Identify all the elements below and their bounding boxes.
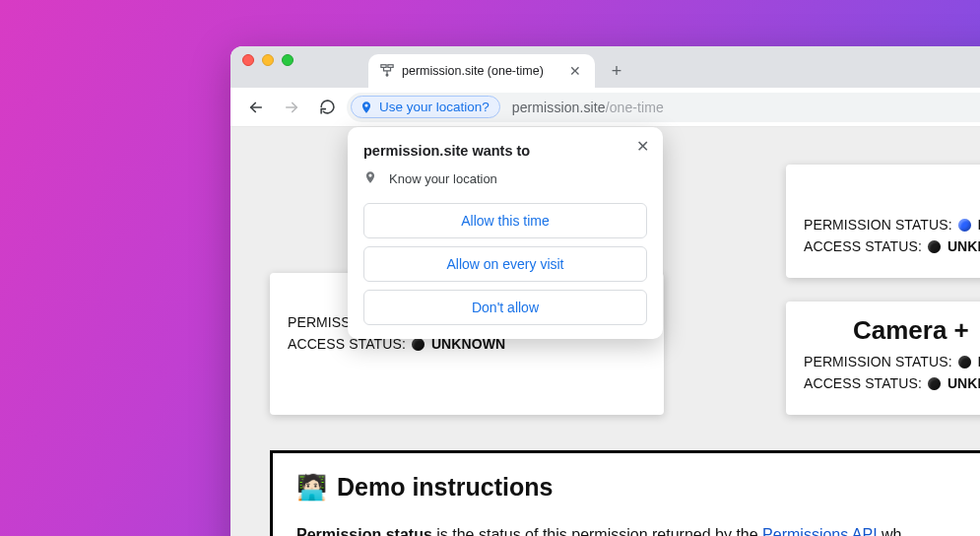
- demo-instructions-box: 🧑🏻‍💻 Demo instructions Permission status…: [270, 450, 980, 536]
- window-minimize-button[interactable]: [262, 54, 274, 66]
- permission-card-camera-mic[interactable]: Camera + PERMISSION STATUS: N/A ACCESS S…: [786, 302, 980, 415]
- status-dot-black-icon: [928, 240, 941, 253]
- window-close-button[interactable]: [242, 54, 254, 66]
- omnibox[interactable]: Use your location? permission.site/one-t…: [347, 93, 980, 122]
- tab-close-icon[interactable]: ✕: [567, 63, 583, 79]
- permission-card-camera[interactable]: Ca PERMISSION STATUS: PR ACCESS STATUS: …: [786, 165, 980, 278]
- permission-prompt-capability-row: Know your location: [363, 170, 647, 187]
- tab-strip: permission.site (one-time) ✕ +: [230, 46, 980, 88]
- forward-button: [276, 92, 307, 123]
- arrow-left-icon: [247, 99, 265, 116]
- status-dot-black-icon: [958, 356, 971, 368]
- dont-allow-button[interactable]: Don't allow: [363, 290, 647, 325]
- browser-toolbar: Use your location? permission.site/one-t…: [230, 88, 980, 127]
- access-status-line: ACCESS STATUS: UNKNO: [804, 238, 980, 254]
- permission-status-term: Permission status: [296, 526, 432, 536]
- tab-favicon-icon: [380, 63, 394, 80]
- instructions-emoji-icon: 🧑🏻‍💻: [296, 473, 327, 502]
- desktop-background: permission.site (one-time) ✕ + Use your …: [0, 0, 980, 536]
- right-card-column: Ca PERMISSION STATUS: PR ACCESS STATUS: …: [786, 165, 980, 415]
- allow-on-every-visit-button[interactable]: Allow on every visit: [363, 246, 647, 282]
- url-path: /one-time: [606, 100, 664, 115]
- status-dot-black-icon: [928, 377, 941, 390]
- window-zoom-button[interactable]: [282, 54, 294, 66]
- card-title: Camera +: [804, 315, 980, 346]
- location-permission-chip[interactable]: Use your location?: [351, 96, 500, 118]
- permission-status-line: PERMISSION STATUS: PR: [804, 217, 980, 233]
- window-controls: [242, 46, 294, 88]
- svg-rect-1: [388, 64, 393, 67]
- instructions-heading-text: Demo instructions: [337, 473, 553, 502]
- arrow-right-icon: [283, 99, 300, 116]
- instructions-heading: 🧑🏻‍💻 Demo instructions: [296, 473, 980, 502]
- permission-prompt-close-icon[interactable]: ✕: [632, 135, 653, 158]
- omnibox-url: permission.site/one-time: [512, 100, 664, 115]
- card-title: Ca: [804, 178, 980, 209]
- access-status-line: ACCESS STATUS: UNKNO: [804, 375, 980, 391]
- permissions-api-link[interactable]: Permissions API: [762, 526, 877, 536]
- back-button[interactable]: [240, 92, 272, 123]
- permission-capability-text: Know your location: [389, 171, 497, 186]
- browser-window: permission.site (one-time) ✕ + Use your …: [230, 46, 980, 536]
- status-dot-black-icon: [412, 338, 425, 351]
- allow-this-time-button[interactable]: Allow this time: [363, 203, 647, 238]
- status-dot-blue-icon: [958, 219, 971, 232]
- new-tab-button[interactable]: +: [603, 57, 630, 85]
- svg-point-2: [386, 74, 388, 76]
- permission-status-line: PERMISSION STATUS: N/A: [804, 354, 980, 369]
- permission-prompt: ✕ permission.site wants to Know your loc…: [348, 127, 663, 339]
- location-chip-label: Use your location?: [379, 100, 490, 114]
- reload-icon: [319, 99, 336, 115]
- location-pin-icon: [359, 100, 373, 114]
- permission-prompt-title: permission.site wants to: [363, 143, 647, 159]
- svg-rect-0: [381, 64, 386, 67]
- browser-tab[interactable]: permission.site (one-time) ✕: [368, 54, 595, 88]
- url-host: permission.site: [512, 100, 606, 115]
- location-pin-icon: [363, 170, 377, 187]
- reload-button[interactable]: [311, 92, 343, 123]
- tab-title: permission.site (one-time): [402, 64, 544, 78]
- instructions-paragraph: Permission status is the status of this …: [296, 523, 980, 536]
